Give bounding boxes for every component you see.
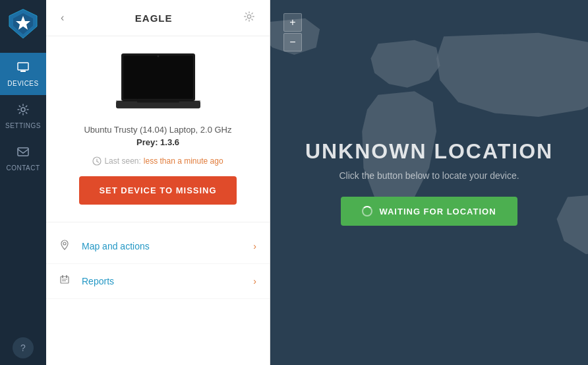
svg-rect-19 bbox=[62, 275, 63, 278]
clock-icon bbox=[92, 156, 102, 166]
location-subtitle: Click the button below to locate your de… bbox=[305, 170, 553, 181]
sidebar-bottom: ? bbox=[0, 337, 46, 358]
last-seen-time: less than a minute ago bbox=[144, 156, 223, 166]
unknown-location-title: UNKNOWN LOCATION bbox=[305, 139, 553, 164]
settings-button[interactable] bbox=[239, 9, 259, 26]
svg-point-7 bbox=[247, 15, 250, 18]
device-panel: ‹ EAGLE Ubuntu Trusty (14.04) Laptop, 2.… bbox=[46, 0, 270, 365]
device-name: Ubuntu Trusty (14.04) Laptop, 2.0 GHz bbox=[84, 125, 231, 135]
help-icon: ? bbox=[20, 343, 26, 353]
svg-line-16 bbox=[97, 162, 99, 163]
waiting-button-label: WAITING FOR LOCATION bbox=[379, 207, 496, 216]
sidebar-item-settings[interactable]: SETTINGS bbox=[0, 95, 46, 137]
device-section: Ubuntu Trusty (14.04) Laptop, 2.0 GHz Pr… bbox=[46, 36, 270, 222]
svg-rect-18 bbox=[61, 277, 69, 283]
waiting-for-location-button[interactable]: WAITING FOR LOCATION bbox=[341, 197, 517, 226]
sidebar-item-settings-label: SETTINGS bbox=[5, 122, 41, 129]
reports-label: Reports bbox=[82, 276, 253, 286]
map-actions-label: Map and actions bbox=[82, 241, 253, 251]
sidebar-item-devices-label: DEVICES bbox=[7, 80, 38, 87]
reports-arrow: › bbox=[253, 276, 256, 286]
back-button[interactable]: ‹ bbox=[57, 11, 68, 25]
device-prey-version: Prey: 1.3.6 bbox=[136, 137, 179, 147]
reports-item[interactable]: Reports › bbox=[46, 264, 270, 299]
svg-rect-4 bbox=[20, 71, 26, 72]
menu-section: Map and actions › Reports › bbox=[46, 222, 270, 306]
set-missing-button[interactable]: SET DEVICE TO MISSING bbox=[79, 176, 237, 205]
svg-rect-9 bbox=[123, 55, 193, 99]
map-area: + − UNKNOWN LOCATION Click the button be… bbox=[270, 0, 588, 365]
loading-spinner bbox=[362, 206, 372, 216]
help-button[interactable]: ? bbox=[13, 337, 34, 358]
map-controls: + − bbox=[283, 13, 302, 51]
last-seen: Last seen: less than a minute ago bbox=[92, 156, 223, 166]
svg-rect-6 bbox=[18, 148, 28, 156]
device-image bbox=[105, 50, 211, 116]
sidebar-item-contact[interactable]: CONTACT bbox=[0, 137, 46, 180]
devices-icon bbox=[16, 61, 30, 77]
zoom-in-button[interactable]: + bbox=[283, 13, 302, 32]
svg-point-5 bbox=[21, 108, 25, 112]
sidebar: DEVICES SETTINGS CONTACT ? bbox=[0, 0, 46, 365]
map-content: UNKNOWN LOCATION Click the button below … bbox=[305, 139, 553, 226]
last-seen-label: Last seen: bbox=[104, 156, 140, 166]
settings-icon bbox=[16, 103, 30, 119]
svg-point-17 bbox=[63, 242, 66, 245]
map-actions-item[interactable]: Map and actions › bbox=[46, 229, 270, 264]
svg-rect-3 bbox=[18, 63, 28, 70]
svg-point-13 bbox=[157, 55, 159, 57]
sidebar-item-contact-label: CONTACT bbox=[6, 164, 40, 172]
svg-rect-20 bbox=[66, 275, 67, 278]
panel-title: EAGLE bbox=[135, 13, 173, 24]
sidebar-logo bbox=[7, 7, 40, 40]
sidebar-item-devices[interactable]: DEVICES bbox=[0, 53, 46, 95]
map-actions-arrow: › bbox=[253, 241, 256, 251]
map-icon bbox=[59, 240, 75, 253]
contact-icon bbox=[16, 145, 30, 162]
panel-header: ‹ EAGLE bbox=[46, 0, 270, 36]
zoom-out-button[interactable]: − bbox=[283, 33, 302, 51]
reports-icon bbox=[59, 275, 75, 288]
